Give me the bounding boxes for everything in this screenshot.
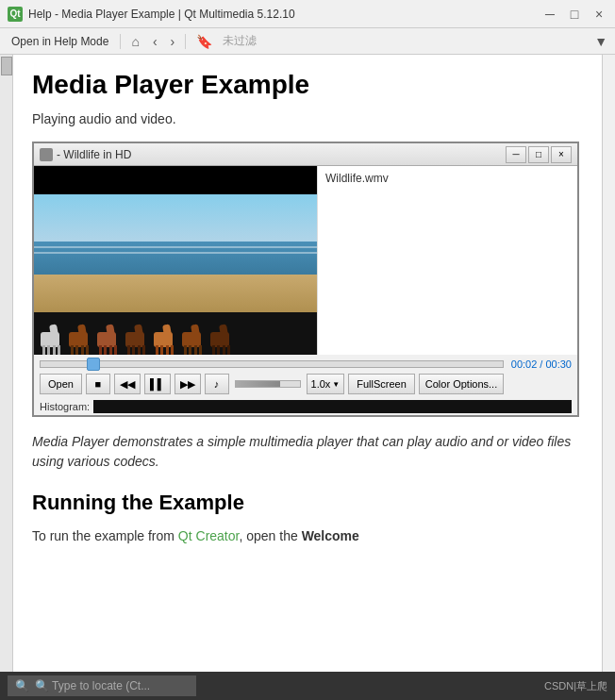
video-top-bar (34, 166, 317, 194)
pause-button[interactable]: ▌▌ (144, 374, 171, 394)
controls-row: Open ■ ◀◀ ▌▌ ▶▶ ♪ 1.0x ▼ FullScreen Colo… (40, 374, 572, 394)
horse-6-leg-4 (199, 345, 202, 355)
sky-layer (34, 194, 317, 242)
player-controls: 00:02 / 00:30 Open ■ ◀◀ ▌▌ ▶▶ ♪ 1.0x ▼ (34, 355, 577, 398)
toolbar: Open in Help Mode ⌂ ‹ › 🔖 未过滤 ▼ (0, 28, 615, 55)
horse-1-leg-4 (58, 345, 60, 355)
playlist-item-wildlife[interactable]: Wildlife.wmv (322, 170, 573, 187)
horse-3-leg-2 (104, 345, 107, 355)
horse-5-leg-4 (171, 345, 174, 355)
qt-creator-link[interactable]: Qt Creator (178, 528, 240, 543)
bottom-bar: 🔍 🔍 Type to locate (Ct... CSDN|草上爬 (0, 672, 615, 700)
wave-line-2 (34, 252, 317, 254)
horse-1 (39, 322, 65, 355)
horses-layer (34, 298, 317, 355)
speed-select[interactable]: 1.0x ▼ (307, 374, 345, 394)
page-title: Media Player Example (32, 70, 583, 100)
page-subtitle: Playing audio and video. (32, 111, 583, 126)
media-maximize-button[interactable]: □ (528, 146, 549, 163)
horse-6-leg-1 (184, 345, 187, 355)
horse-7-leg-3 (223, 345, 225, 355)
search-placeholder: 🔍 Type to locate (Ct... (35, 679, 150, 692)
horse-2-leg-1 (71, 345, 74, 355)
search-icon: 🔍 (15, 679, 29, 692)
title-bar: Qt Help - Media Player Example | Qt Mult… (0, 0, 615, 28)
media-minimize-button[interactable]: ─ (506, 146, 526, 163)
horse-1-leg-1 (42, 345, 45, 355)
wave-line-1 (34, 246, 317, 248)
media-window-titlebar: - Wildlife in HD ─ □ × (34, 143, 577, 166)
histogram-bar (93, 400, 572, 413)
next-button[interactable]: ▶▶ (175, 374, 201, 394)
horse-2-leg-2 (75, 345, 78, 355)
home-button[interactable]: ⌂ (128, 33, 141, 50)
fullscreen-button[interactable]: FullScreen (348, 374, 415, 394)
stop-button[interactable]: ■ (86, 374, 110, 394)
volume-fill (236, 381, 281, 387)
video-area (34, 166, 317, 355)
horse-2 (67, 322, 93, 355)
minimize-button[interactable]: ─ (541, 6, 558, 23)
seek-thumb[interactable] (87, 358, 100, 371)
horse-3-leg-4 (114, 345, 117, 355)
playlist-area: Wildlife.wmv (317, 166, 577, 355)
body-text-end: , open the (239, 528, 301, 543)
horse-6 (180, 322, 207, 355)
horse-2-leg-3 (81, 345, 84, 355)
description-italic: Media Player (32, 434, 109, 449)
search-box[interactable]: 🔍 🔍 Type to locate (Ct... (8, 675, 196, 696)
right-scrollbar[interactable] (602, 55, 615, 672)
media-window-title: - Wildlife in HD (40, 148, 131, 161)
horse-7 (208, 322, 235, 355)
volume-button[interactable]: ♪ (205, 374, 229, 394)
horse-1-leg-2 (47, 345, 50, 355)
toolbar-separator-2 (185, 34, 186, 49)
media-close-button[interactable]: × (551, 146, 572, 163)
toolbar-right: ▼ (594, 34, 607, 49)
close-button[interactable]: × (590, 6, 607, 23)
prev-button[interactable]: ◀◀ (114, 374, 141, 394)
horse-3-leg-1 (99, 345, 102, 355)
back-button[interactable]: ‹ (150, 33, 160, 50)
horse-4-leg-1 (127, 345, 130, 355)
body-text-start: To run the example from (32, 528, 178, 543)
title-bar-controls: ─ □ × (541, 6, 607, 23)
filter-text: 未过滤 (223, 33, 257, 49)
ocean-layer (34, 242, 317, 275)
horse-6-leg-3 (194, 345, 197, 355)
welcome-bold: Welcome (302, 528, 359, 543)
wave-lines (34, 246, 317, 258)
horse-3 (95, 322, 122, 355)
scroll-thumb[interactable] (1, 57, 12, 75)
horse-5 (152, 322, 178, 355)
color-options-button[interactable]: Color Options... (419, 374, 504, 394)
horse-5-leg-3 (166, 345, 169, 355)
toolbar-dropdown-button[interactable]: ▼ (594, 34, 607, 49)
bookmark-button[interactable]: 🔖 (193, 33, 215, 50)
description-rest: demonstrates a simple multimedia player … (32, 434, 571, 469)
horse-5-leg-1 (156, 345, 158, 355)
open-in-help-mode-button[interactable]: Open in Help Mode (8, 33, 112, 50)
media-body: Wildlife.wmv (34, 166, 577, 355)
body-text: To run the example from Qt Creator, open… (32, 526, 583, 546)
horse-4-leg-2 (132, 345, 135, 355)
horse-7-leg-2 (217, 345, 220, 355)
volume-slider[interactable] (235, 380, 301, 388)
horse-6-leg-2 (189, 345, 191, 355)
attribution-text: CSDN|草上爬 (544, 679, 607, 693)
seek-bar[interactable] (40, 360, 504, 368)
open-button[interactable]: Open (40, 374, 82, 394)
title-bar-left: Qt Help - Media Player Example | Qt Mult… (8, 7, 295, 22)
media-window-controls: ─ □ × (506, 146, 572, 163)
horse-1-leg-3 (53, 345, 56, 355)
maximize-button[interactable]: □ (566, 6, 583, 23)
qt-icon: Qt (8, 7, 23, 22)
horse-7-leg-1 (212, 345, 215, 355)
horse-5-leg-2 (160, 345, 163, 355)
horse-3-leg-3 (109, 345, 112, 355)
horse-2-leg-4 (86, 345, 89, 355)
horse-4-leg-4 (142, 345, 145, 355)
time-display: 00:02 / 00:30 (511, 358, 572, 370)
left-scrollbar[interactable] (0, 55, 13, 672)
forward-button[interactable]: › (168, 33, 178, 50)
